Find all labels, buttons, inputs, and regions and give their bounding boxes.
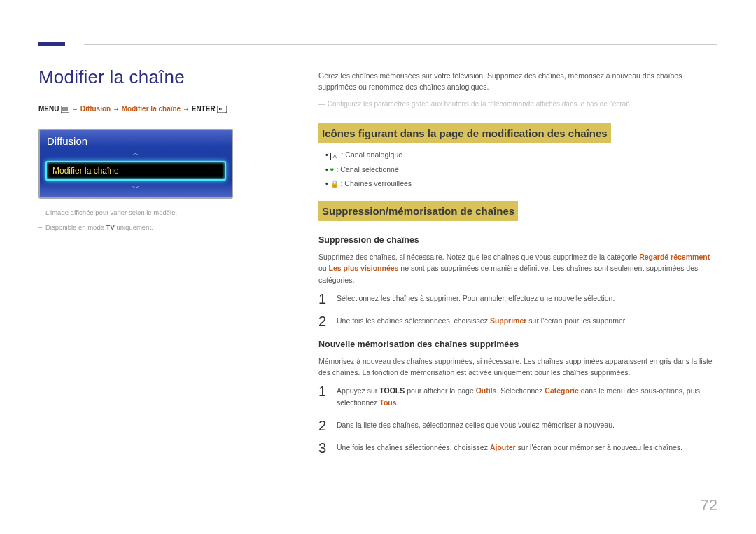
- enter-icon: [217, 105, 227, 116]
- delete-step-2: Une fois les chaînes sélectionnées, choi…: [318, 315, 718, 326]
- legend-selected: ♥ : Canal sélectionné: [326, 164, 718, 176]
- breadcrumb: MENU → Diffusion → Modifier la chaîne → …: [38, 104, 270, 116]
- delete-step-1: Sélectionnez les chaînes à supprimer. Po…: [318, 293, 718, 304]
- a-box-icon: A: [330, 153, 340, 160]
- tv-menu-selected-item: Modifier la chaîne: [46, 161, 226, 181]
- caption-2: –Disponible en mode TV uniquement.: [38, 223, 270, 231]
- section-icons-title: Icônes figurant dans la page de modifica…: [318, 123, 611, 143]
- bc-arrow3: →: [181, 105, 192, 113]
- captions: –L'image affichée peut varier selon le m…: [38, 209, 270, 231]
- bc-enter: ENTER: [192, 105, 216, 113]
- restore-paragraph: Mémorisez à nouveau des chaînes supprimé…: [318, 356, 718, 379]
- restore-step-2: Dans la liste des chaînes, sélectionnez …: [318, 419, 718, 430]
- config-note: Configurez les paramètres grâce aux bout…: [318, 99, 718, 110]
- page: Modifier la chaîne MENU → Diffusion → Mo…: [0, 0, 756, 534]
- subsection-restore-title: Nouvelle mémorisation des chaînes suppri…: [318, 338, 718, 351]
- tv-menu-header: Diffusion: [40, 130, 232, 150]
- page-number: 72: [701, 496, 718, 514]
- legend-analog: A : Canal analogique: [326, 149, 718, 160]
- accent-bar: [38, 42, 65, 46]
- legend-locked: 🔒 : Chaînes verrouillées: [326, 178, 718, 190]
- lock-icon: 🔒: [330, 180, 339, 188]
- bc-menu: MENU: [38, 105, 59, 113]
- restore-steps: Appuyez sur TOOLS pour afficher la page …: [318, 385, 718, 453]
- caption-1: –L'image affichée peut varier selon le m…: [38, 209, 270, 216]
- chevron-down-icon: ﹀: [40, 185, 232, 193]
- delete-paragraph: Supprimez des chaînes, si nécessaire. No…: [318, 251, 718, 286]
- header-rule: [84, 44, 718, 45]
- tv-menu-preview: Diffusion ︿ Modifier la chaîne ﹀: [38, 129, 233, 199]
- page-title: Modifier la chaîne: [38, 66, 270, 88]
- section-supp-mem-title: Suppression/mémorisation de chaînes: [318, 201, 518, 221]
- restore-step-3: Une fois les chaînes sélectionnées, choi…: [318, 442, 718, 453]
- icon-legend-list: A : Canal analogique ♥ : Canal sélection…: [318, 149, 718, 189]
- right-column: Gérez les chaînes mémorisées sur votre t…: [318, 70, 718, 464]
- delete-steps: Sélectionnez les chaînes à supprimer. Po…: [318, 293, 718, 327]
- subsection-delete-title: Suppression de chaînes: [318, 234, 718, 247]
- left-column: Modifier la chaîne MENU → Diffusion → Mo…: [38, 66, 270, 238]
- bc-arrow1: →: [71, 105, 80, 113]
- bc-modifier: Modifier la chaîne: [122, 105, 181, 113]
- bc-arrow2: →: [111, 105, 122, 113]
- menu-icon: [61, 105, 69, 116]
- bc-diffusion: Diffusion: [80, 105, 111, 113]
- intro-paragraph: Gérez les chaînes mémorisées sur votre t…: [318, 70, 718, 93]
- restore-step-1: Appuyez sur TOOLS pour afficher la page …: [318, 385, 718, 408]
- chevron-up-icon: ︿: [40, 150, 232, 158]
